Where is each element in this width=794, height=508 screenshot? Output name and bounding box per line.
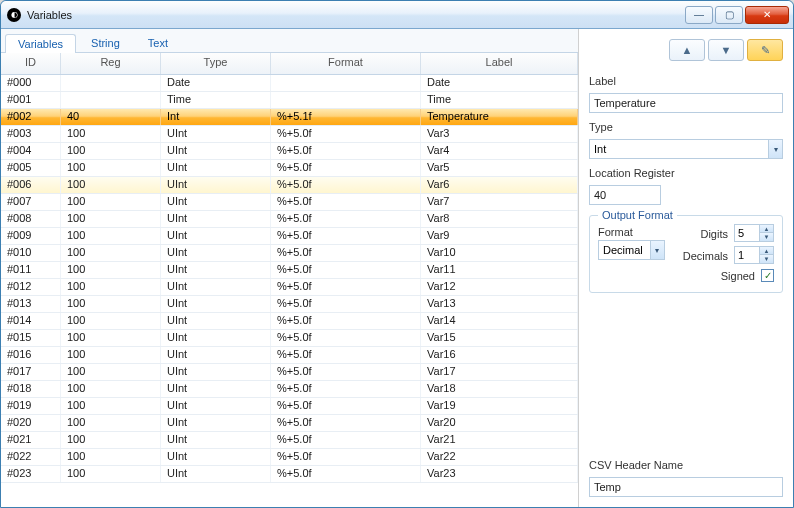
spin-down-icon[interactable]: ▼: [760, 233, 773, 241]
format-caption: Format: [598, 226, 665, 238]
output-format-group: Output Format Format Decimal ▾ Digits: [589, 215, 783, 293]
cell-reg: 100: [61, 449, 161, 465]
table-row[interactable]: #014100UInt%+5.0fVar14: [1, 313, 578, 330]
cell-type: UInt: [161, 143, 271, 159]
cell-type: UInt: [161, 245, 271, 261]
csv-header-caption: CSV Header Name: [589, 459, 783, 471]
table-row[interactable]: #001TimeTime: [1, 92, 578, 109]
tab-text[interactable]: Text: [135, 33, 181, 52]
cell-fmt: %+5.0f: [271, 245, 421, 261]
signed-checkbox[interactable]: ✓: [761, 269, 774, 282]
decimals-input[interactable]: [735, 248, 759, 262]
cell-type: UInt: [161, 228, 271, 244]
cell-id: #009: [1, 228, 61, 244]
cell-id: #012: [1, 279, 61, 295]
cell-type: UInt: [161, 211, 271, 227]
table-row[interactable]: #011100UInt%+5.0fVar11: [1, 262, 578, 279]
spin-up-icon[interactable]: ▲: [760, 247, 773, 255]
cell-id: #003: [1, 126, 61, 142]
location-register-input[interactable]: [589, 185, 661, 205]
edit-button[interactable]: ✎: [747, 39, 783, 61]
decimals-spinner[interactable]: ▲▼: [734, 246, 774, 264]
cell-reg: 100: [61, 313, 161, 329]
table-row[interactable]: #006100UInt%+5.0fVar6: [1, 177, 578, 194]
table-row[interactable]: #017100UInt%+5.0fVar17: [1, 364, 578, 381]
cell-lbl: Var4: [421, 143, 578, 159]
cell-id: #002: [1, 109, 61, 125]
move-down-button[interactable]: ▼: [708, 39, 744, 61]
table-row[interactable]: #00240Int%+5.1fTemperature: [1, 109, 578, 126]
tabstrip: VariablesStringText: [1, 29, 578, 53]
label-input[interactable]: [589, 93, 783, 113]
col-reg[interactable]: Reg: [61, 53, 161, 74]
move-up-button[interactable]: ▲: [669, 39, 705, 61]
col-type[interactable]: Type: [161, 53, 271, 74]
type-select[interactable]: Int ▾: [589, 139, 783, 159]
table-row[interactable]: #013100UInt%+5.0fVar13: [1, 296, 578, 313]
spin-up-icon[interactable]: ▲: [760, 225, 773, 233]
cell-fmt: %+5.0f: [271, 364, 421, 380]
table-row[interactable]: #003100UInt%+5.0fVar3: [1, 126, 578, 143]
arrow-down-icon: ▼: [721, 44, 732, 56]
cell-fmt: %+5.0f: [271, 449, 421, 465]
csv-header-input[interactable]: [589, 477, 783, 497]
format-select[interactable]: Decimal ▾: [598, 240, 665, 260]
cell-type: UInt: [161, 313, 271, 329]
cell-fmt: [271, 75, 421, 91]
tab-variables[interactable]: Variables: [5, 34, 76, 53]
table-row[interactable]: #010100UInt%+5.0fVar10: [1, 245, 578, 262]
minimize-button[interactable]: —: [685, 6, 713, 24]
titlebar[interactable]: ◐ Variables — ▢ ✕: [1, 1, 793, 29]
cell-fmt: %+5.0f: [271, 279, 421, 295]
table-row[interactable]: #007100UInt%+5.0fVar7: [1, 194, 578, 211]
format-value: Decimal: [603, 244, 643, 256]
cell-lbl: Var5: [421, 160, 578, 176]
window: ◐ Variables — ▢ ✕ VariablesStringText ID…: [0, 0, 794, 508]
cell-type: UInt: [161, 262, 271, 278]
table-row[interactable]: #015100UInt%+5.0fVar15: [1, 330, 578, 347]
cell-reg: 100: [61, 177, 161, 193]
cell-fmt: %+5.0f: [271, 398, 421, 414]
col-format[interactable]: Format: [271, 53, 421, 74]
table-row[interactable]: #018100UInt%+5.0fVar18: [1, 381, 578, 398]
maximize-button[interactable]: ▢: [715, 6, 743, 24]
table-row[interactable]: #022100UInt%+5.0fVar22: [1, 449, 578, 466]
table-row[interactable]: #000DateDate: [1, 75, 578, 92]
col-label[interactable]: Label: [421, 53, 578, 74]
cell-fmt: %+5.0f: [271, 330, 421, 346]
cell-lbl: Var12: [421, 279, 578, 295]
spin-down-icon[interactable]: ▼: [760, 255, 773, 263]
grid-body[interactable]: #000DateDate#001TimeTime#00240Int%+5.1fT…: [1, 75, 578, 507]
digits-spinner[interactable]: ▲▼: [734, 224, 774, 242]
table-row[interactable]: #023100UInt%+5.0fVar23: [1, 466, 578, 483]
close-button[interactable]: ✕: [745, 6, 789, 24]
table-row[interactable]: #008100UInt%+5.0fVar8: [1, 211, 578, 228]
cell-id: #019: [1, 398, 61, 414]
tab-string[interactable]: String: [78, 33, 133, 52]
table-row[interactable]: #021100UInt%+5.0fVar21: [1, 432, 578, 449]
table-row[interactable]: #004100UInt%+5.0fVar4: [1, 143, 578, 160]
table-row[interactable]: #012100UInt%+5.0fVar12: [1, 279, 578, 296]
table-row[interactable]: #020100UInt%+5.0fVar20: [1, 415, 578, 432]
table-row[interactable]: #019100UInt%+5.0fVar19: [1, 398, 578, 415]
digits-input[interactable]: [735, 226, 759, 240]
cell-type: Date: [161, 75, 271, 91]
left-pane: VariablesStringText ID Reg Type Format L…: [1, 29, 579, 507]
arrow-up-icon: ▲: [682, 44, 693, 56]
cell-reg: 100: [61, 381, 161, 397]
table-row[interactable]: #009100UInt%+5.0fVar9: [1, 228, 578, 245]
cell-type: UInt: [161, 449, 271, 465]
cell-fmt: %+5.0f: [271, 160, 421, 176]
cell-fmt: %+5.0f: [271, 126, 421, 142]
cell-type: UInt: [161, 296, 271, 312]
cell-reg: 100: [61, 347, 161, 363]
decimals-caption: Decimals: [683, 250, 728, 262]
table-row[interactable]: #005100UInt%+5.0fVar5: [1, 160, 578, 177]
table-row[interactable]: #016100UInt%+5.0fVar16: [1, 347, 578, 364]
cell-id: #023: [1, 466, 61, 482]
col-id[interactable]: ID: [1, 53, 61, 74]
cell-fmt: %+5.0f: [271, 415, 421, 431]
cell-id: #004: [1, 143, 61, 159]
cell-type: UInt: [161, 126, 271, 142]
cell-id: #005: [1, 160, 61, 176]
